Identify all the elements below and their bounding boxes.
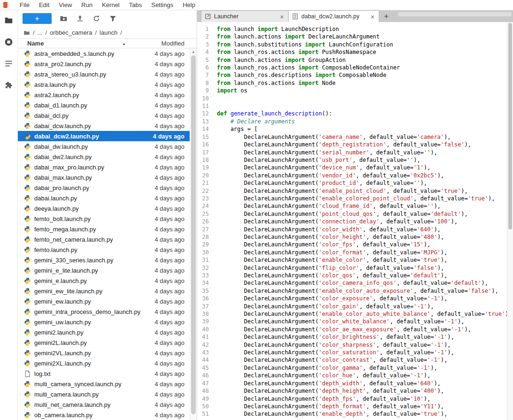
file-row[interactable]: multi_camera.launch.py4 days ago [18,389,190,399]
tab-bar-scrollbar[interactable] [398,12,512,16]
file-row[interactable]: dabai_pro.launch.py4 days ago [18,183,190,193]
file-modified: 4 days ago [154,195,184,202]
running-kernels-icon[interactable] [4,37,14,47]
menu-view[interactable]: View [54,0,77,10]
column-header-name[interactable]: Name [27,40,44,47]
main-area: Launcher×dabai_dcw2.launch.py× + 1234567… [197,10,513,420]
file-browser-icon[interactable] [4,15,14,25]
code-line: DeclareLaunchArgument('enable_colored_po… [217,195,507,202]
file-row[interactable]: dabai_dw2.launch.py4 days ago [18,152,190,162]
file-row[interactable]: multi_net_camera.launch.py4 days ago [18,399,190,410]
tab-dabai-dcw2-launch-py[interactable]: dabai_dcw2.launch.py× [289,10,379,22]
file-name: log.txt [34,370,154,377]
file-row[interactable]: gemini_intra_process_demo_launch.py4 day… [18,306,190,317]
file-row[interactable]: multi_camera_synced.launch.py4 days ago [18,379,190,389]
file-row[interactable]: femto_mega.launch.py4 days ago [18,224,190,234]
file-list: astra_embedded_s.launch.py4 days agoastr… [18,48,190,420]
new-launcher-button[interactable]: + [23,13,52,24]
file-row[interactable]: gemini_uw.launch.py4 days ago [18,317,190,327]
file-row[interactable]: astra_pro2.launch.py4 days ago [18,59,190,69]
file-list-scrollbar[interactable]: ▲ [190,48,197,420]
file-row[interactable]: astra_stereo_u3.launch.py4 days ago [18,69,190,79]
scroll-up-icon[interactable]: ▲ [190,48,197,54]
file-modified: 4 days ago [154,102,184,109]
file-row[interactable]: femto_net_camera.launch.py4 days ago [18,234,190,244]
menu-file[interactable]: File [15,0,34,10]
filter-icon[interactable] [108,14,117,23]
menu-run[interactable]: Run [77,0,97,10]
file-name: multi_camera_synced.launch.py [34,381,154,388]
file-list-scrollbar-thumb[interactable] [191,55,196,414]
code-area[interactable]: from launch import LaunchDescriptionfrom… [212,22,507,420]
close-icon[interactable]: × [369,13,375,20]
file-row[interactable]: deeya.launch.py4 days ago [18,203,190,214]
file-row[interactable]: dabai_d1.launch.py4 days ago [18,100,190,110]
refresh-icon[interactable] [92,14,101,23]
editor-scrollbar[interactable] [507,22,513,420]
file-name: deeya.launch.py [34,205,154,212]
python-file-icon [24,246,31,253]
file-row[interactable]: gemini2VL.launch.py4 days ago [18,348,190,358]
python-file-icon [24,226,31,233]
tab-launcher[interactable]: Launcher× [201,10,289,22]
menu-tabs[interactable]: Tabs [124,0,146,10]
file-row[interactable]: femto.launch.py4 days ago [18,244,190,255]
file-row[interactable]: gemini_ew.launch.py4 days ago [18,296,190,306]
file-row[interactable]: astra_embedded_s.launch.py4 days ago [18,48,190,59]
menu-settings[interactable]: Settings [146,0,178,10]
new-folder-icon[interactable] [59,14,68,23]
file-modified: 4 days ago [154,298,184,305]
file-row[interactable]: gemini2L.launch.py4 days ago [18,337,190,348]
file-row[interactable]: astra.launch.py4 days ago [18,79,190,90]
line-number: 42 [197,341,209,349]
add-tab-button[interactable]: + [379,10,393,22]
column-header-modified[interactable]: Modified [161,40,184,47]
line-number: 12 [197,110,209,117]
file-row[interactable]: gemini2XL.launch.py4 days ago [18,358,190,368]
file-row[interactable]: ob_camera.launch.py4 days ago [18,410,190,420]
file-row[interactable]: gemini_ew_lite.launch.py4 days ago [18,286,190,296]
file-name: dabai_d1.launch.py [34,102,154,109]
breadcrumb-item[interactable]: ... [38,29,43,36]
menu-kernel[interactable]: Kernel [97,0,124,10]
menu-edit[interactable]: Edit [34,0,54,10]
file-row[interactable]: dabai_dcw2.launch.py4 days ago [18,131,190,141]
python-file-icon [24,412,31,419]
file-row[interactable]: femto_bolt.launch.py4 days ago [18,214,190,224]
folder-icon[interactable] [23,30,30,36]
editor-scrollbar-thumb[interactable] [508,23,512,229]
file-row[interactable]: dabai_dcl.py4 days ago [18,110,190,121]
python-file-icon [24,236,31,243]
file-modified: 4 days ago [154,267,184,274]
file-name: gemini2.launch.py [34,329,154,336]
file-row[interactable]: log.txt4 days ago [18,368,190,379]
file-name: dabai_dcl.py [34,112,154,119]
code-editor[interactable]: 1234567891011121314151617181920212223242… [197,22,507,420]
line-number: 30 [197,249,209,256]
file-row[interactable]: gemini_e_lite.launch.py4 days ago [18,265,190,275]
menu-items: FileEditViewRunKernelTabsSettingsHelp [15,0,200,10]
extensions-icon[interactable] [4,80,14,90]
python-file-icon [24,339,31,346]
file-row[interactable]: dabai_dw.launch.py4 days ago [18,141,190,152]
line-number: 26 [197,218,209,225]
breadcrumb-item[interactable]: launch [100,29,117,36]
file-row[interactable]: astra2.launch.py4 days ago [18,90,190,100]
code-line: from launch.actions import GroupAction [217,56,507,64]
menu-help[interactable]: Help [178,0,200,10]
breadcrumb-item[interactable]: orbbec_camera [50,29,92,36]
table-of-contents-icon[interactable] [4,58,14,69]
file-row[interactable]: gemini_330_series.launch.py4 days ago [18,255,190,265]
file-row[interactable]: dabai_dcw.launch.py4 days ago [18,121,190,131]
file-name: femto_mega.launch.py [34,226,154,233]
code-line: DeclareLaunchArgument('color_saturation'… [217,349,507,356]
file-row[interactable]: gemini_e.launch.py4 days ago [18,275,190,286]
close-icon[interactable]: × [279,13,285,20]
code-line: DeclareLaunchArgument('depth_width', def… [217,380,507,387]
file-row[interactable]: gemini2.launch.py4 days ago [18,327,190,337]
file-row[interactable]: dabai_max.launch.py4 days ago [18,172,190,183]
file-row[interactable]: dabai_max_pro.launch.py4 days ago [18,162,190,172]
file-row[interactable]: dabai.launch.py4 days ago [18,193,190,203]
upload-icon[interactable] [76,14,84,23]
file-modified: 4 days ago [154,81,184,88]
